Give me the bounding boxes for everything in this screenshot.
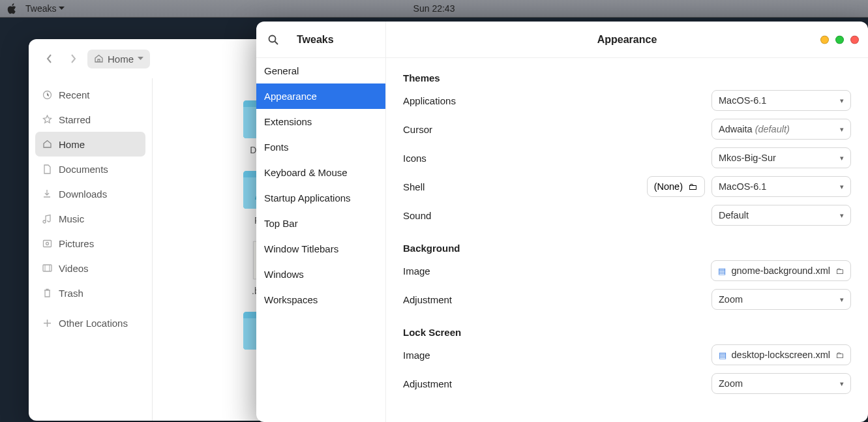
background-adjustment-dropdown[interactable]: Zoom ▾ [711, 289, 851, 310]
clock-icon [42, 89, 52, 100]
file-icon: ▤ [719, 350, 726, 360]
category-window-titlebars[interactable]: Window Titlebars [256, 236, 385, 262]
svg-point-2 [46, 242, 48, 245]
maximize-button[interactable] [835, 35, 844, 44]
close-button[interactable] [850, 35, 859, 44]
category-keyboard-mouse[interactable]: Keyboard & Mouse [256, 160, 385, 185]
folder-icon: 🗀 [835, 266, 844, 276]
category-appearance[interactable]: Appearance [256, 83, 385, 109]
sidebar-item-home[interactable]: Home [35, 132, 145, 157]
row-bg-image: Image ▤ gnome-background.xml 🗀 [403, 260, 851, 281]
row-shell: Shell (None) 🗀 MacOS-6.1 ▾ [403, 176, 851, 197]
row-lock-adjustment: Adjustment Zoom ▾ [403, 373, 851, 394]
chevron-down-icon: ▾ [840, 125, 844, 134]
lockscreen-adjustment-dropdown[interactable]: Zoom ▾ [711, 373, 851, 394]
chevron-down-icon: ▾ [840, 211, 844, 220]
row-sound: Sound Default ▾ [403, 205, 851, 226]
folder-icon: 🗀 [835, 350, 844, 360]
picture-icon [42, 238, 52, 249]
home-icon [42, 139, 52, 149]
app-menu-label: Tweaks [25, 3, 56, 14]
music-icon [42, 213, 52, 224]
section-themes-title: Themes [403, 72, 851, 83]
cursor-dropdown[interactable]: Adwaita (default) ▾ [711, 119, 851, 140]
search-icon [268, 35, 278, 45]
tweaks-sidebar-header: Tweaks [256, 22, 385, 58]
category-top-bar[interactable]: Top Bar [256, 211, 385, 236]
svg-line-17 [275, 41, 278, 44]
tweaks-body: Themes Applications MacOS-6.1 ▾ Cursor A… [386, 58, 868, 415]
row-bg-adjustment: Adjustment Zoom ▾ [403, 289, 851, 310]
window-controls [820, 35, 859, 44]
category-extensions[interactable]: Extensions [256, 109, 385, 134]
chevron-down-icon: ▾ [840, 380, 844, 388]
category-fonts[interactable]: Fonts [256, 134, 385, 160]
sidebar-item-other-locations[interactable]: Other Locations [35, 310, 145, 335]
download-icon [42, 188, 52, 199]
minimize-button[interactable] [820, 35, 829, 44]
row-cursor: Cursor Adwaita (default) ▾ [403, 119, 851, 140]
shell-file-picker[interactable]: (None) 🗀 [647, 176, 705, 197]
sidebar-item-videos[interactable]: Videos [35, 256, 145, 280]
app-menu[interactable]: Tweaks [25, 3, 65, 14]
tweaks-content: Appearance Themes Applications MacOS-6.1… [386, 22, 868, 422]
location-button[interactable]: Home [87, 50, 150, 68]
sidebar-item-starred[interactable]: Starred [35, 107, 145, 132]
chevron-down-icon [138, 57, 143, 61]
menubar-clock[interactable]: Sun 22:43 [413, 3, 455, 14]
chevron-down-icon: ▾ [840, 295, 844, 304]
plus-icon [42, 318, 52, 328]
page-title: Appearance [597, 34, 657, 46]
chevron-down-icon: ▾ [840, 97, 844, 105]
sound-dropdown[interactable]: Default ▾ [711, 205, 851, 226]
folder-icon: 🗀 [688, 181, 698, 192]
tweaks-category-list: General Appearance Extensions Fonts Keyb… [256, 58, 385, 312]
chevron-down-icon [59, 7, 65, 10]
document-icon [42, 164, 52, 174]
sidebar-item-documents[interactable]: Documents [35, 157, 145, 181]
file-icon: ▤ [718, 266, 726, 276]
svg-rect-3 [43, 265, 52, 271]
svg-point-16 [269, 35, 276, 42]
tweaks-window: Tweaks General Appearance Extensions Fon… [256, 22, 868, 422]
sidebar-item-pictures[interactable]: Pictures [35, 231, 145, 256]
row-icons: Icons Mkos-Big-Sur ▾ [403, 147, 851, 168]
location-label: Home [108, 53, 134, 65]
category-workspaces[interactable]: Workspaces [256, 287, 385, 312]
nav-forward-button[interactable] [64, 50, 82, 68]
tweaks-sidebar: Tweaks General Appearance Extensions Fon… [256, 22, 386, 422]
chevron-down-icon: ▾ [840, 154, 844, 162]
sidebar-item-music[interactable]: Music [35, 206, 145, 231]
sidebar-item-recent[interactable]: Recent [35, 82, 145, 107]
chevron-down-icon: ▾ [840, 183, 844, 191]
sidebar-item-downloads[interactable]: Downloads [35, 181, 145, 206]
top-menubar: Tweaks Sun 22:43 [0, 0, 868, 18]
background-image-picker[interactable]: ▤ gnome-background.xml 🗀 [711, 260, 851, 281]
star-icon [42, 114, 52, 125]
icons-dropdown[interactable]: Mkos-Big-Sur ▾ [711, 147, 851, 168]
sidebar-item-trash[interactable]: Trash [35, 280, 145, 305]
lockscreen-image-picker[interactable]: ▤ desktop-lockscreen.xml 🗀 [711, 344, 852, 365]
row-applications: Applications MacOS-6.1 ▾ [403, 90, 851, 111]
shell-dropdown[interactable]: MacOS-6.1 ▾ [711, 176, 851, 197]
search-button[interactable] [268, 35, 278, 45]
category-startup-applications[interactable]: Startup Applications [256, 185, 385, 211]
category-windows[interactable]: Windows [256, 262, 385, 287]
svg-rect-1 [43, 240, 51, 247]
category-general[interactable]: General [256, 58, 385, 83]
section-background-title: Background [403, 243, 851, 254]
nav-back-button[interactable] [40, 50, 59, 68]
trash-icon [42, 288, 52, 298]
applications-dropdown[interactable]: MacOS-6.1 ▾ [711, 90, 851, 111]
tweaks-sidebar-title: Tweaks [297, 34, 334, 46]
tweaks-header: Appearance [386, 22, 868, 58]
home-icon [94, 54, 104, 63]
section-lockscreen-title: Lock Screen [403, 327, 851, 338]
apple-icon[interactable] [7, 3, 16, 14]
video-icon [42, 263, 52, 273]
files-sidebar: Recent Starred Home Documents Downloads … [29, 78, 153, 421]
row-lock-image: Image ▤ desktop-lockscreen.xml 🗀 [403, 344, 851, 365]
